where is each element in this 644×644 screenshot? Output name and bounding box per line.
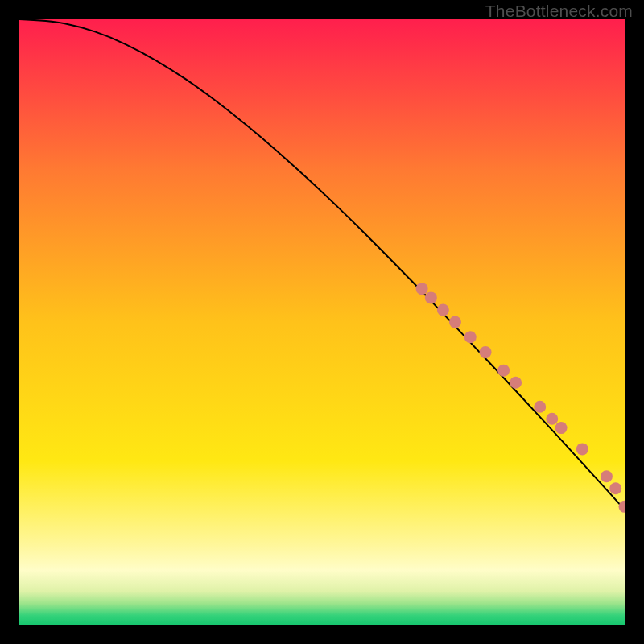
highlight-point <box>497 365 510 377</box>
highlight-point <box>510 377 522 389</box>
highlight-point <box>449 316 461 328</box>
highlight-point <box>555 422 568 434</box>
highlight-point <box>601 470 613 482</box>
chart-plot <box>19 19 625 625</box>
highlight-point <box>609 482 621 494</box>
highlight-point <box>480 346 492 358</box>
highlight-point <box>425 291 437 303</box>
highlight-point <box>546 413 558 425</box>
chart-frame: TheBottleneck.com <box>0 0 644 644</box>
gradient-background <box>19 19 625 625</box>
attribution-label: TheBottleneck.com <box>485 2 633 21</box>
highlight-point <box>437 303 449 316</box>
highlight-point <box>576 443 588 455</box>
highlight-point <box>416 283 428 295</box>
highlight-point <box>464 331 477 343</box>
highlight-point <box>534 401 546 413</box>
